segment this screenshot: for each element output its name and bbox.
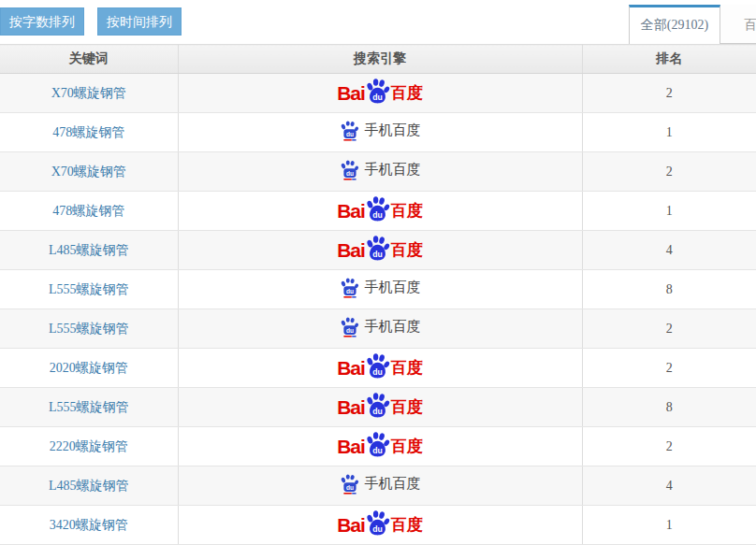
top-toolbar: 按字数排列 按时间排列 全部(29102) 百度 [0, 0, 756, 44]
mobile-baidu-icon: du [340, 317, 360, 337]
keyword-link[interactable]: L485螺旋钢管 [49, 479, 129, 493]
svg-text:du: du [345, 483, 353, 490]
engine-cell: du 手机百度 [178, 113, 582, 152]
baidu-logo-text: Bai [337, 83, 365, 103]
keyword-link[interactable]: 2020螺旋钢管 [50, 361, 128, 375]
rank-value: 2 [582, 74, 756, 113]
rank-value: 2 [582, 152, 756, 192]
mobile-baidu-label: 手机百度 [365, 477, 421, 491]
keyword-cell: X70螺旋钢管 [0, 152, 178, 192]
rank-value: 4 [582, 231, 756, 270]
baidu-logo-text: Bai [337, 240, 365, 260]
mobile-baidu-icon: du [340, 278, 360, 298]
rank-value: 2 [582, 349, 756, 388]
keyword-link[interactable]: L555螺旋钢管 [49, 400, 129, 414]
baidu-paw-icon: du [365, 393, 390, 418]
table-header-row: 关键词 搜索引擎 排名 [0, 45, 756, 74]
mobile-baidu-engine: du 手机百度 [340, 121, 421, 141]
baidu-logo: Bai du 百度 [337, 393, 423, 422]
svg-text:du: du [372, 210, 383, 220]
keywords-ranking-table: 关键词 搜索引擎 排名 X70螺旋钢管 Bai du 百度 2 478螺旋钢管 [0, 44, 756, 545]
baidu-logo-text: Bai [337, 437, 365, 456]
baidu-logo-text: Bai [337, 397, 365, 417]
svg-text:du: du [345, 287, 353, 294]
keyword-cell: 3420螺旋钢管 [0, 506, 178, 545]
tab-baidu[interactable]: 百度 [720, 5, 756, 44]
keyword-link[interactable]: 3420螺旋钢管 [50, 518, 128, 532]
keyword-link[interactable]: 478螺旋钢管 [52, 125, 124, 139]
engine-cell: du 手机百度 [178, 466, 582, 506]
table-row: L555螺旋钢管 du 手机百度 8 [0, 270, 756, 309]
mobile-baidu-engine: du 手机百度 [340, 160, 421, 180]
keyword-link[interactable]: L555螺旋钢管 [49, 282, 129, 296]
baidu-paw-icon: du [365, 432, 390, 457]
keyword-cell: L485螺旋钢管 [0, 466, 178, 506]
rank-value: 8 [582, 270, 756, 309]
svg-text:du: du [372, 367, 383, 377]
table-header-rank: 排名 [582, 45, 756, 74]
svg-text:du: du [372, 93, 383, 102]
baidu-logo: Bai du 百度 [337, 432, 423, 461]
sort-by-words-button[interactable]: 按字数排列 [0, 7, 84, 36]
rank-value: 2 [582, 309, 756, 349]
keyword-link[interactable]: X70螺旋钢管 [51, 165, 126, 179]
keyword-link[interactable]: L555螺旋钢管 [49, 322, 129, 336]
engine-cell: Bai du 百度 [178, 427, 582, 466]
table-body: X70螺旋钢管 Bai du 百度 2 478螺旋钢管 du [0, 74, 756, 545]
engine-cell: Bai du 百度 [178, 192, 582, 231]
baidu-logo-cn-text: 百度 [391, 517, 423, 533]
table-row: L555螺旋钢管 du 手机百度 2 [0, 309, 756, 349]
keyword-cell: L555螺旋钢管 [0, 388, 178, 427]
table-row: 2220螺旋钢管 Bai du 百度 2 [0, 427, 756, 466]
engine-tabs: 全部(29102) 百度 [629, 5, 756, 44]
rank-value: 4 [582, 466, 756, 506]
keyword-cell: X70螺旋钢管 [0, 74, 178, 113]
rank-value: 1 [582, 506, 756, 545]
mobile-baidu-icon: du [340, 474, 360, 495]
table-header-keyword: 关键词 [0, 45, 178, 74]
svg-text:du: du [372, 407, 383, 416]
keyword-link[interactable]: 2220螺旋钢管 [50, 439, 128, 453]
rank-value: 1 [582, 192, 756, 231]
keyword-link[interactable]: 478螺旋钢管 [52, 204, 124, 218]
baidu-logo-cn-text: 百度 [391, 85, 423, 101]
engine-cell: Bai du 百度 [178, 388, 582, 427]
keyword-cell: L555螺旋钢管 [0, 270, 178, 309]
mobile-baidu-icon: du [340, 121, 360, 141]
keyword-cell: L485螺旋钢管 [0, 231, 178, 270]
baidu-paw-icon: du [365, 236, 390, 261]
keyword-link[interactable]: L485螺旋钢管 [49, 243, 129, 257]
mobile-baidu-engine: du 手机百度 [340, 278, 421, 298]
table-row: L485螺旋钢管 Bai du 百度 4 [0, 231, 756, 270]
engine-cell: Bai du 百度 [178, 506, 582, 545]
baidu-logo-cn-text: 百度 [391, 399, 423, 415]
engine-cell: du 手机百度 [178, 270, 582, 309]
rank-value: 2 [582, 427, 756, 466]
engine-cell: du 手机百度 [178, 152, 582, 192]
baidu-paw-icon: du [365, 79, 390, 104]
mobile-baidu-label: 手机百度 [365, 320, 421, 334]
mobile-baidu-label: 手机百度 [365, 163, 421, 177]
table-header-engine: 搜索引擎 [178, 45, 582, 74]
table-row: L485螺旋钢管 du 手机百度 4 [0, 466, 756, 506]
baidu-logo-cn-text: 百度 [391, 360, 423, 376]
keyword-cell: 478螺旋钢管 [0, 192, 178, 231]
baidu-logo: Bai du 百度 [337, 353, 423, 382]
engine-cell: Bai du 百度 [178, 74, 582, 113]
sort-by-time-button[interactable]: 按时间排列 [97, 7, 182, 36]
keyword-cell: 478螺旋钢管 [0, 113, 178, 152]
baidu-logo: Bai du 百度 [337, 236, 423, 265]
mobile-baidu-icon: du [340, 160, 360, 180]
keyword-link[interactable]: X70螺旋钢管 [51, 86, 126, 100]
tab-all[interactable]: 全部(29102) [629, 5, 720, 44]
mobile-baidu-engine: du 手机百度 [340, 317, 421, 337]
table-row: 478螺旋钢管 Bai du 百度 1 [0, 192, 756, 231]
engine-cell: du 手机百度 [178, 309, 582, 349]
baidu-logo-cn-text: 百度 [391, 242, 423, 258]
rank-value: 1 [582, 113, 756, 152]
mobile-baidu-engine: du 手机百度 [340, 474, 421, 495]
keyword-cell: L555螺旋钢管 [0, 309, 178, 349]
sort-buttons-group: 按字数排列 按时间排列 [0, 7, 182, 36]
table-row: X70螺旋钢管 Bai du 百度 2 [0, 74, 756, 113]
svg-text:du: du [372, 524, 383, 534]
